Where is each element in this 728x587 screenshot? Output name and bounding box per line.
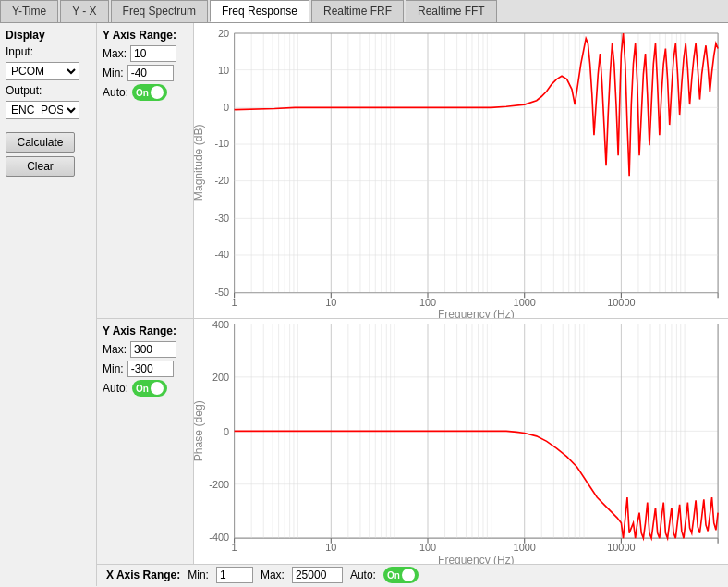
- x-auto-value: On: [387, 570, 400, 581]
- svg-rect-0: [235, 33, 718, 293]
- bottom-auto-toggle[interactable]: On: [132, 380, 167, 397]
- svg-text:10000: 10000: [607, 543, 635, 554]
- x-axis-bar: X Axis Range: Min: Max: Auto: On: [97, 564, 728, 586]
- svg-text:100: 100: [419, 297, 436, 308]
- svg-text:1000: 1000: [514, 297, 536, 308]
- top-max-label: Max:: [103, 47, 127, 60]
- svg-text:1: 1: [232, 297, 237, 308]
- tab-y-x[interactable]: Y - X: [60, 0, 108, 22]
- svg-text:Frequency (Hz): Frequency (Hz): [438, 308, 515, 318]
- tab-bar: Y-Time Y - X Freq Spectrum Freq Response…: [0, 0, 728, 23]
- svg-text:-50: -50: [214, 287, 229, 298]
- svg-text:200: 200: [212, 372, 229, 383]
- bottom-chart-section: Y Axis Range: Max: Min: Auto: On: [97, 319, 728, 564]
- top-y-axis-range-label: Y Axis Range:: [103, 29, 188, 42]
- svg-text:10: 10: [325, 543, 336, 554]
- top-auto-label: Auto:: [103, 86, 128, 99]
- top-controls: Y Axis Range: Max: Min: Auto: On: [97, 23, 194, 318]
- svg-text:-10: -10: [214, 138, 229, 149]
- top-chart-wrapper: 20 10 0 -10 -20 -30 -40 -50 1 10 100 100…: [194, 23, 728, 318]
- svg-text:1: 1: [232, 543, 237, 554]
- x-min-input[interactable]: [216, 567, 253, 583]
- bottom-auto-value: On: [136, 384, 149, 394]
- x-max-label: Max:: [261, 569, 285, 581]
- bottom-max-label: Max:: [103, 343, 127, 356]
- svg-text:-30: -30: [214, 213, 229, 224]
- svg-text:0: 0: [224, 102, 229, 113]
- x-max-input[interactable]: [292, 567, 343, 583]
- bottom-min-label: Min:: [103, 362, 124, 375]
- tab-freq-response[interactable]: Freq Response: [210, 0, 309, 22]
- x-min-label: Min:: [188, 569, 209, 581]
- top-min-input[interactable]: [127, 65, 174, 81]
- charts-area: Y Axis Range: Max: Min: Auto: On: [97, 23, 728, 586]
- x-axis-range-label: X Axis Range:: [106, 569, 180, 581]
- svg-text:Phase (deg): Phase (deg): [194, 401, 205, 462]
- svg-text:10000: 10000: [607, 297, 635, 308]
- svg-text:20: 20: [218, 28, 229, 39]
- top-auto-value: On: [136, 88, 149, 98]
- x-auto-toggle[interactable]: On: [383, 567, 419, 583]
- bottom-y-axis-range-label: Y Axis Range:: [103, 324, 188, 337]
- display-label: Display: [6, 29, 91, 42]
- output-label: Output:: [6, 84, 91, 97]
- svg-text:1000: 1000: [514, 543, 536, 554]
- top-auto-toggle[interactable]: On: [132, 84, 167, 101]
- bottom-chart-svg: 400 200 0 -200 -400 1 10 100 1000 10000 …: [194, 319, 728, 564]
- calculate-button[interactable]: Calculate: [6, 132, 75, 153]
- svg-text:400: 400: [212, 319, 229, 330]
- svg-text:-20: -20: [214, 175, 229, 186]
- top-chart-section: Y Axis Range: Max: Min: Auto: On: [97, 23, 728, 319]
- bottom-controls: Y Axis Range: Max: Min: Auto: On: [97, 319, 194, 564]
- input-select[interactable]: PCOM: [6, 62, 79, 80]
- output-select[interactable]: ENC_POS: [6, 101, 79, 119]
- input-label: Input:: [6, 45, 91, 58]
- x-toggle-knob: [402, 569, 415, 581]
- tab-y-time[interactable]: Y-Time: [0, 0, 58, 22]
- svg-text:Frequency (Hz): Frequency (Hz): [438, 554, 515, 564]
- svg-text:0: 0: [224, 426, 229, 437]
- svg-text:10: 10: [218, 65, 229, 76]
- bottom-min-input[interactable]: [127, 361, 174, 377]
- svg-text:-400: -400: [209, 532, 229, 544]
- top-max-input[interactable]: [130, 45, 176, 62]
- tab-realtime-frf[interactable]: Realtime FRF: [311, 0, 404, 22]
- bottom-toggle-knob: [151, 382, 164, 395]
- tab-freq-spectrum[interactable]: Freq Spectrum: [111, 0, 208, 22]
- tab-realtime-fft[interactable]: Realtime FFT: [406, 0, 497, 22]
- top-chart-svg: 20 10 0 -10 -20 -30 -40 -50 1 10 100 100…: [194, 23, 728, 318]
- clear-button[interactable]: Clear: [6, 156, 75, 177]
- svg-text:100: 100: [419, 543, 436, 554]
- svg-text:-40: -40: [214, 249, 229, 260]
- bottom-chart-wrapper: 400 200 0 -200 -400 1 10 100 1000 10000 …: [194, 319, 728, 564]
- svg-text:10: 10: [325, 297, 336, 308]
- bottom-max-input[interactable]: [130, 341, 176, 358]
- top-toggle-knob: [151, 86, 164, 99]
- bottom-auto-label: Auto:: [103, 382, 128, 395]
- svg-text:Magnitude (dB): Magnitude (dB): [194, 124, 205, 201]
- top-min-label: Min:: [103, 67, 124, 79]
- left-panel: Display Input: PCOM Output: ENC_POS Calc…: [0, 23, 97, 586]
- x-auto-label: Auto:: [350, 569, 376, 581]
- svg-text:-200: -200: [209, 479, 229, 490]
